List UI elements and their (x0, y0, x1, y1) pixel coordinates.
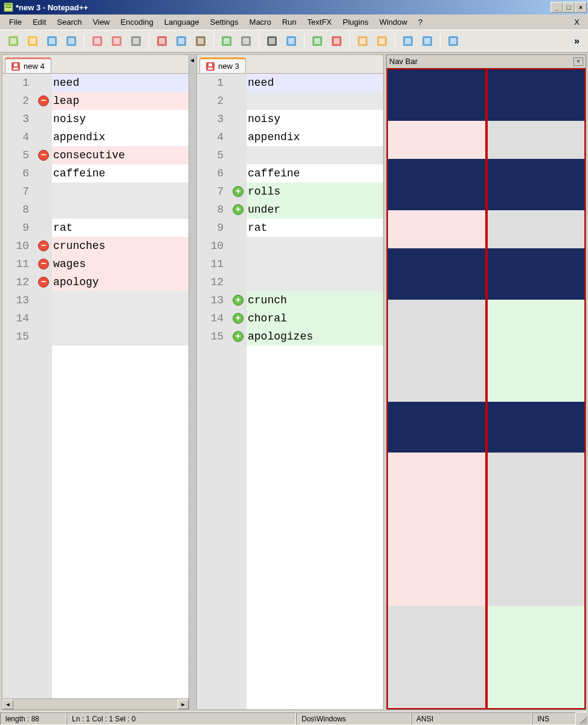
resize-grip[interactable] (576, 712, 588, 725)
close-icon[interactable] (89, 33, 106, 50)
code-line[interactable] (247, 146, 383, 164)
nav-segment[interactable] (388, 606, 485, 708)
code-line[interactable] (52, 309, 189, 327)
new-file-icon[interactable] (5, 33, 22, 50)
find-icon[interactable] (263, 33, 280, 50)
close-window-button[interactable]: × (575, 2, 587, 13)
nav-segment[interactable] (388, 402, 485, 453)
cut-icon[interactable] (153, 33, 170, 50)
sync-v-icon[interactable] (354, 33, 371, 50)
nav-segment[interactable] (488, 606, 585, 708)
code-line[interactable]: caffeine (52, 164, 189, 182)
toolbar-overflow-button[interactable]: » (570, 36, 583, 47)
menu-file[interactable]: File (4, 16, 27, 28)
code-line[interactable]: rat (52, 219, 189, 237)
nav-segment[interactable] (488, 453, 585, 606)
code-line[interactable]: under (247, 201, 383, 219)
undo-icon[interactable] (218, 33, 235, 50)
nav-segment[interactable] (488, 210, 585, 248)
code-line[interactable]: consecutive (52, 146, 189, 164)
menu-close-doc[interactable]: X (569, 16, 584, 28)
menu-plugins[interactable]: Plugins (337, 16, 374, 28)
code-line[interactable]: choral (247, 309, 383, 327)
nav-col-right[interactable] (486, 68, 586, 709)
code-line[interactable]: appendix (247, 128, 383, 146)
minimize-button[interactable]: _ (551, 2, 563, 13)
tab-new3[interactable]: new 3 (199, 57, 246, 73)
save-icon[interactable] (44, 33, 60, 50)
menu-edit[interactable]: Edit (27, 16, 51, 28)
code-line[interactable]: need (52, 74, 189, 92)
scroll-right-icon[interactable]: ► (178, 700, 189, 709)
code-line[interactable]: noisy (247, 110, 383, 128)
wrap-icon[interactable] (399, 33, 416, 50)
menu-search[interactable]: Search (51, 16, 87, 28)
nav-bar-close-button[interactable]: × (573, 57, 583, 66)
nav-segment[interactable] (488, 300, 585, 402)
menu-view[interactable]: View (88, 16, 115, 28)
code-line[interactable]: need (247, 74, 383, 92)
nav-segment[interactable] (388, 210, 485, 248)
zoom-in-icon[interactable] (309, 33, 326, 50)
hscroll-left[interactable]: ◄ ► (2, 698, 189, 709)
menu-macro[interactable]: Macro (244, 16, 277, 28)
code-line[interactable] (52, 291, 189, 309)
menu-run[interactable]: Run (277, 16, 302, 28)
code-line[interactable]: wages (52, 255, 189, 273)
nav-segment[interactable] (488, 121, 585, 159)
replace-icon[interactable] (283, 33, 300, 50)
paste-icon[interactable] (192, 33, 209, 50)
open-file-icon[interactable] (24, 33, 41, 50)
menu-settings[interactable]: Settings (205, 16, 244, 28)
tab-new4[interactable]: new 4 (5, 57, 51, 73)
code-line[interactable]: crunch (247, 291, 383, 309)
zoom-out-icon[interactable] (328, 33, 345, 50)
copy-icon[interactable] (173, 33, 190, 50)
show-all-icon[interactable] (419, 33, 436, 50)
code-line[interactable] (247, 92, 383, 110)
redo-icon[interactable] (237, 33, 254, 50)
nav-segment[interactable] (488, 69, 585, 121)
code-line[interactable]: appendix (52, 128, 189, 146)
code-line[interactable]: rolls (247, 182, 383, 201)
nav-segment[interactable] (388, 453, 485, 606)
nav-segment[interactable] (488, 159, 585, 210)
nav-segment[interactable] (488, 248, 585, 300)
nav-segment[interactable] (388, 69, 485, 121)
maximize-button[interactable]: □ (563, 2, 575, 13)
code-line[interactable] (52, 327, 189, 346)
print-icon[interactable] (128, 33, 144, 50)
nav-segment[interactable] (388, 300, 485, 402)
nav-bar-body[interactable] (387, 68, 586, 709)
code-line[interactable]: apology (52, 273, 189, 291)
close-all-icon[interactable] (108, 33, 125, 50)
nav-segment[interactable] (488, 402, 585, 453)
nav-segment[interactable] (388, 121, 485, 159)
code-line[interactable] (247, 237, 383, 255)
code-line[interactable] (52, 201, 189, 219)
code-line[interactable]: caffeine (247, 164, 383, 182)
code-line[interactable]: noisy (52, 110, 189, 128)
code-line[interactable] (247, 273, 383, 291)
code-line[interactable]: leap (52, 92, 189, 110)
menu-language[interactable]: Language (159, 16, 205, 28)
code-line[interactable] (52, 182, 189, 201)
scroll-left-icon[interactable]: ◄ (2, 700, 13, 709)
code-line[interactable]: rat (247, 219, 383, 237)
menu-textfx[interactable]: TextFX (302, 16, 337, 28)
code-line[interactable]: crunches (52, 237, 189, 255)
menu-encoding[interactable]: Encoding (115, 16, 159, 28)
nav-segment[interactable] (388, 248, 485, 300)
splitter[interactable] (189, 54, 196, 710)
sync-h-icon[interactable] (373, 33, 390, 50)
nav-segment[interactable] (388, 159, 485, 210)
editor-right[interactable]: 123456789101112131415+++++neednoisyappen… (197, 73, 383, 709)
indent-guide-icon[interactable] (445, 33, 462, 50)
editor-left[interactable]: 123456789101112131415−−−−−needleapnoisya… (2, 73, 189, 698)
nav-col-left[interactable] (387, 68, 486, 709)
save-all-icon[interactable] (63, 33, 80, 50)
code-line[interactable]: apologizes (247, 327, 383, 346)
menu-help[interactable]: ? (413, 16, 428, 28)
code-line[interactable] (247, 255, 383, 273)
menu-window[interactable]: Window (374, 16, 413, 28)
